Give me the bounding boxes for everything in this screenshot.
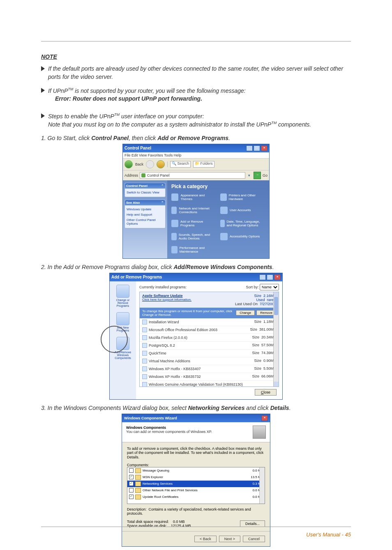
top-rule [41,41,351,41]
folders-button[interactable]: 📁 Folders [193,161,214,168]
collapse-icon[interactable]: ⌃ [161,201,164,205]
address-field[interactable]: Control Panel [140,172,245,179]
category-link[interactable]: Appearance and Themes [171,193,216,201]
category-icon [220,220,225,227]
list-item[interactable]: Virtual Machine AdditionsSize 0.90MB [140,357,279,365]
see-also-link[interactable]: Windows Update [127,207,164,212]
wizard-explanation: To add or remove a component, click the … [127,446,265,460]
list-item[interactable]: Windows XP Hotfix - KB835732Size 66.06MB [140,373,279,381]
checkbox[interactable] [129,488,134,492]
program-list[interactable]: Apple Software Update Size 2.16MB Click … [139,292,279,387]
checkbox[interactable] [129,468,134,473]
details-button[interactable]: Details... [240,520,265,527]
program-icon [142,359,147,364]
forward-icon[interactable] [146,160,154,168]
category-icon [220,193,227,201]
category-link[interactable]: Sounds, Speech, and Audio Devices [171,233,216,240]
component-item[interactable]: Message Queuing0.0 MB [127,467,265,474]
sidebar-item-windows-components[interactable]: Add/Remove Windows Components [113,337,132,359]
back-button[interactable]: < Back [194,536,217,542]
maximize-icon[interactable]: □ [254,145,260,151]
maximize-icon[interactable]: □ [267,274,273,280]
checkbox[interactable]: ✓ [129,495,134,499]
cp-toolbar: Back 🔍 Search 📁 Folders [123,159,269,170]
component-item[interactable]: ✓Update Root Certificates0.0 MB [127,494,265,500]
next-button[interactable]: Next > [219,536,240,542]
sort-by-label: Sort by: [246,285,258,289]
change-button[interactable]: Change [236,310,255,315]
close-icon[interactable]: × [261,145,267,151]
search-button[interactable]: 🔍 Search [170,161,191,168]
category-link[interactable]: Network and Internet Connections [171,207,216,214]
checkbox[interactable]: ✓ [129,475,134,479]
add-remove-screenshot: Add or Remove Programs _ □ × Change or R… [109,273,283,400]
step-1: 1. Go to Start, click Control Panel, the… [41,135,351,141]
bullet-triangle-icon [41,88,45,93]
scrollbar[interactable] [273,292,279,387]
up-icon[interactable] [157,160,165,168]
back-icon[interactable] [125,160,133,168]
admin-note: Note that you must log on to the compute… [48,120,311,129]
component-list[interactable]: Message Queuing0.0 MB ✓MSN Explorer13.5 … [127,467,265,504]
program-icon [142,382,147,387]
note-text-1: If the default ports are already used by… [48,65,351,81]
see-also-link[interactable]: Other Control Panel Options [127,217,164,226]
close-icon[interactable]: × [261,415,268,421]
cp-sidebar: Control Panel⌃ Switch to Classic View Se… [123,180,167,258]
sort-by-select[interactable]: Name [260,284,279,290]
wizard-header-icon [253,426,266,439]
list-item[interactable]: Windows Genuine Advantage Validation Too… [140,381,279,387]
package-icon [116,285,129,298]
list-item[interactable]: Installation WizardSize 1.18MB [140,318,279,326]
action-bar: To change this program or remove it from… [140,308,279,318]
error-message: Error: Router does not support UPnP port… [48,95,202,103]
close-icon[interactable]: × [274,274,281,280]
cp-titlebar: Control Panel _ □ × [123,144,269,152]
program-icon [142,320,147,324]
category-link[interactable]: Accessibility Options [220,233,265,240]
minimize-icon[interactable]: _ [259,274,266,280]
scrollbar[interactable] [259,467,265,504]
checkbox[interactable]: ✓ [129,481,134,486]
category-link[interactable]: Date, Time, Language, and Regional Optio… [220,220,265,227]
see-also-link[interactable]: Help and Support [127,212,164,217]
program-icon [142,374,147,379]
component-item[interactable]: ✓MSN Explorer13.5 MB [127,474,265,481]
category-icon [220,233,228,240]
category-icon [220,207,228,214]
note-text-2: If UPnPTM is not supported by your route… [48,87,246,103]
category-link[interactable]: Add or Remove Programs [171,220,216,227]
pick-category-heading: Pick a category [171,184,265,189]
sidebar-item-add-new[interactable]: Add New Programs [113,312,132,332]
category-link[interactable]: Printers and Other Hardware [220,193,265,201]
category-icon [171,246,178,253]
folder-icon [135,495,141,499]
selected-program[interactable]: Apple Software Update Size 2.16MB Click … [140,292,279,308]
list-item[interactable]: Microsoft Office Professional Edition 20… [140,326,279,334]
windows-icon [116,337,129,350]
category-link[interactable]: Performance and Maintenance [171,246,216,253]
category-link[interactable]: User Accounts [220,207,265,214]
cancel-button[interactable]: Cancel [243,536,265,542]
wizard-subheading: You can add or remove components of Wind… [126,430,212,434]
sidebar-item-change-remove[interactable]: Change or Remove Programs [113,285,132,307]
go-button[interactable]: → [254,172,261,179]
list-item[interactable]: Mozilla Firefox (2.0.0.6)Size 20.34MB [140,334,279,342]
dropdown-icon[interactable]: ▾ [247,173,252,177]
component-item[interactable]: Other Network File and Print Services0.0… [127,487,265,494]
collapse-icon[interactable]: ⌃ [161,184,164,188]
cp-menubar[interactable]: File Edit View Favorites Tools Help [123,152,269,159]
step-2: 2. In the Add or Remove Programs dialog … [41,264,351,270]
category-icon [171,193,178,201]
list-item[interactable]: QuickTimeSize 74.39MB [140,350,279,357]
close-button[interactable]: Close [255,389,277,396]
category-icon [171,220,178,227]
bullet-triangle-icon [41,113,45,118]
bottom-rule [41,527,351,527]
list-item[interactable]: Windows XP Hotfix - KB833407Size 5.50MB [140,365,279,373]
support-info-link[interactable]: Click here for support information. [142,298,191,302]
minimize-icon[interactable]: _ [246,145,253,151]
switch-classic-link[interactable]: Switch to Classic View [127,190,164,195]
component-item-selected[interactable]: ✓Networking Services0.3 MB [127,481,265,487]
list-item[interactable]: PostgreSQL 8.2Size 57.50MB [140,342,279,350]
